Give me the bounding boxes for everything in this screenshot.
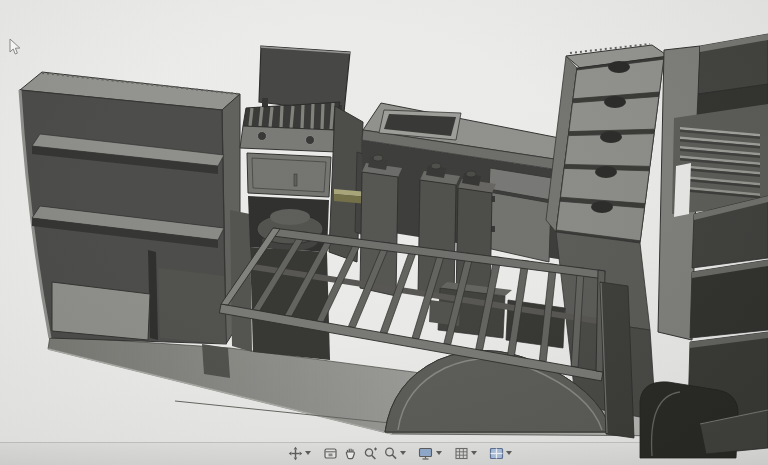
zoom-extents-button[interactable] xyxy=(322,445,339,462)
under-sink-cabinet xyxy=(487,168,552,262)
water-containers xyxy=(360,155,496,306)
pan-hand-icon xyxy=(343,446,358,461)
left-shelf-unit xyxy=(20,72,252,378)
zoom-extents-icon xyxy=(323,446,338,461)
viewport-layout-icon xyxy=(489,446,504,461)
navigation-toolbar xyxy=(287,443,513,463)
stove-knob xyxy=(258,132,267,141)
stove-knob xyxy=(306,136,315,145)
dropdown-caret xyxy=(305,451,311,455)
dropdown-caret xyxy=(506,451,512,455)
storage-bins xyxy=(688,196,768,420)
viewport-layout-button[interactable] xyxy=(488,445,513,462)
camp-stove-grill xyxy=(240,102,340,152)
visual-styles-button[interactable] xyxy=(453,445,478,462)
zoom-region-button[interactable] xyxy=(382,445,407,462)
cad-viewport[interactable] xyxy=(0,0,768,465)
zoom-in-icon xyxy=(363,446,378,461)
dropdown-caret xyxy=(436,451,442,455)
support-post xyxy=(600,282,634,438)
look-at-button[interactable] xyxy=(417,445,443,462)
visual-styles-icon xyxy=(454,446,469,461)
dropdown-caret xyxy=(400,451,406,455)
dropdown-caret xyxy=(471,451,477,455)
zoom-in-button[interactable] xyxy=(362,445,379,462)
pan-button[interactable] xyxy=(342,445,359,462)
navigation-wheel-icon xyxy=(288,446,303,461)
look-at-icon xyxy=(418,446,434,461)
navigation-wheel-button[interactable] xyxy=(287,445,312,462)
cad-model-scene xyxy=(0,0,768,465)
zoom-region-icon xyxy=(383,446,398,461)
